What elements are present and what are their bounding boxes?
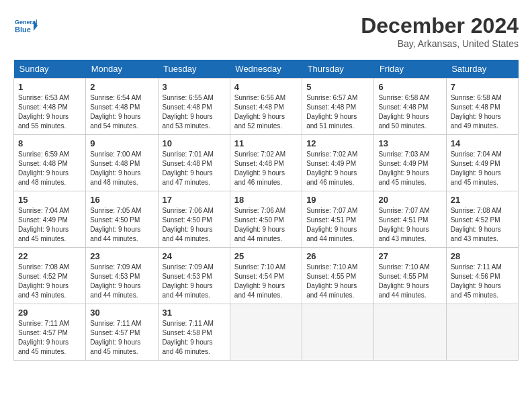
cell-week4-day4: 26 Sunrise: 7:10 AM Sunset: 4:55 PM Dayl…	[302, 248, 374, 304]
day-info: Sunrise: 7:11 AM Sunset: 4:58 PM Dayligh…	[163, 319, 226, 357]
day-info: Sunrise: 7:04 AM Sunset: 4:49 PM Dayligh…	[451, 150, 514, 187]
day-number: 4	[234, 82, 298, 92]
header-monday: Monday	[86, 60, 158, 79]
cell-week2-day2: 10 Sunrise: 7:01 AM Sunset: 4:48 PM Dayl…	[158, 135, 230, 191]
day-number: 13	[378, 138, 441, 148]
cell-week4-day1: 23 Sunrise: 7:09 AM Sunset: 4:53 PM Dayl…	[86, 248, 158, 304]
day-info: Sunrise: 7:08 AM Sunset: 4:52 PM Dayligh…	[451, 206, 514, 244]
day-info: Sunrise: 7:07 AM Sunset: 4:51 PM Dayligh…	[378, 206, 441, 244]
cell-week3-day1: 16 Sunrise: 7:05 AM Sunset: 4:50 PM Dayl…	[86, 191, 158, 248]
header-saturday: Saturday	[446, 60, 518, 79]
cell-week1-day0: 1 Sunrise: 6:53 AM Sunset: 4:48 PM Dayli…	[14, 79, 86, 135]
day-number: 24	[163, 251, 226, 261]
month-title: December 2024	[361, 13, 519, 38]
day-info: Sunrise: 6:54 AM Sunset: 4:48 PM Dayligh…	[90, 93, 153, 131]
location: Bay, Arkansas, United States	[361, 38, 519, 49]
day-number: 14	[451, 138, 514, 148]
cell-week5-day3	[230, 304, 302, 361]
day-info: Sunrise: 6:53 AM Sunset: 4:48 PM Dayligh…	[18, 93, 81, 131]
header-friday: Friday	[374, 60, 446, 79]
cell-week1-day4: 5 Sunrise: 6:57 AM Sunset: 4:48 PM Dayli…	[302, 79, 374, 135]
day-info: Sunrise: 7:06 AM Sunset: 4:50 PM Dayligh…	[234, 206, 298, 244]
day-number: 18	[234, 195, 298, 205]
cell-week2-day4: 12 Sunrise: 7:02 AM Sunset: 4:49 PM Dayl…	[302, 135, 374, 191]
day-info: Sunrise: 6:58 AM Sunset: 4:48 PM Dayligh…	[451, 93, 514, 131]
day-info: Sunrise: 7:08 AM Sunset: 4:52 PM Dayligh…	[18, 263, 81, 300]
day-number: 26	[306, 251, 369, 261]
cell-week1-day5: 6 Sunrise: 6:58 AM Sunset: 4:48 PM Dayli…	[374, 79, 446, 135]
cell-week5-day2: 31 Sunrise: 7:11 AM Sunset: 4:58 PM Dayl…	[158, 304, 230, 361]
day-number: 30	[90, 308, 153, 318]
day-info: Sunrise: 7:10 AM Sunset: 4:54 PM Dayligh…	[234, 263, 298, 300]
cell-week3-day3: 18 Sunrise: 7:06 AM Sunset: 4:50 PM Dayl…	[230, 191, 302, 248]
day-number: 27	[378, 251, 441, 261]
title-section: December 2024 Bay, Arkansas, United Stat…	[361, 13, 519, 49]
cell-week4-day0: 22 Sunrise: 7:08 AM Sunset: 4:52 PM Dayl…	[14, 248, 86, 304]
day-info: Sunrise: 7:10 AM Sunset: 4:55 PM Dayligh…	[306, 263, 369, 300]
cell-week1-day1: 2 Sunrise: 6:54 AM Sunset: 4:48 PM Dayli…	[86, 79, 158, 135]
day-info: Sunrise: 7:02 AM Sunset: 4:48 PM Dayligh…	[234, 150, 298, 187]
cell-week5-day1: 30 Sunrise: 7:11 AM Sunset: 4:57 PM Dayl…	[86, 304, 158, 361]
day-number: 28	[451, 251, 514, 261]
calendar-table: SundayMondayTuesdayWednesdayThursdayFrid…	[13, 60, 519, 361]
day-info: Sunrise: 7:05 AM Sunset: 4:50 PM Dayligh…	[90, 206, 153, 244]
cell-week4-day3: 25 Sunrise: 7:10 AM Sunset: 4:54 PM Dayl…	[230, 248, 302, 304]
day-number: 9	[90, 138, 153, 148]
day-info: Sunrise: 7:04 AM Sunset: 4:49 PM Dayligh…	[18, 206, 81, 244]
day-number: 10	[163, 138, 226, 148]
day-number: 5	[306, 82, 369, 92]
day-number: 6	[378, 82, 441, 92]
day-info: Sunrise: 7:06 AM Sunset: 4:50 PM Dayligh…	[163, 206, 226, 244]
logo: General Blue	[13, 13, 38, 38]
day-number: 17	[163, 195, 226, 205]
cell-week2-day3: 11 Sunrise: 7:02 AM Sunset: 4:48 PM Dayl…	[230, 135, 302, 191]
day-number: 15	[18, 195, 81, 205]
cell-week3-day5: 20 Sunrise: 7:07 AM Sunset: 4:51 PM Dayl…	[374, 191, 446, 248]
day-number: 16	[90, 195, 153, 205]
day-number: 11	[234, 138, 298, 148]
day-number: 8	[18, 138, 81, 148]
day-number: 25	[234, 251, 298, 261]
cell-week4-day6: 28 Sunrise: 7:11 AM Sunset: 4:56 PM Dayl…	[446, 248, 518, 304]
cell-week3-day4: 19 Sunrise: 7:07 AM Sunset: 4:51 PM Dayl…	[302, 191, 374, 248]
cell-week1-day2: 3 Sunrise: 6:55 AM Sunset: 4:48 PM Dayli…	[158, 79, 230, 135]
day-number: 31	[163, 308, 226, 318]
day-info: Sunrise: 7:11 AM Sunset: 4:57 PM Dayligh…	[18, 319, 81, 357]
day-info: Sunrise: 7:10 AM Sunset: 4:55 PM Dayligh…	[378, 263, 441, 300]
cell-week3-day0: 15 Sunrise: 7:04 AM Sunset: 4:49 PM Dayl…	[14, 191, 86, 248]
cell-week5-day0: 29 Sunrise: 7:11 AM Sunset: 4:57 PM Dayl…	[14, 304, 86, 361]
day-number: 12	[306, 138, 369, 148]
day-info: Sunrise: 7:09 AM Sunset: 4:53 PM Dayligh…	[163, 263, 226, 300]
logo-svg: General Blue	[13, 13, 38, 38]
day-info: Sunrise: 6:58 AM Sunset: 4:48 PM Dayligh…	[378, 93, 441, 131]
day-info: Sunrise: 7:01 AM Sunset: 4:48 PM Dayligh…	[163, 150, 226, 187]
day-info: Sunrise: 7:07 AM Sunset: 4:51 PM Dayligh…	[306, 206, 369, 244]
day-info: Sunrise: 6:59 AM Sunset: 4:48 PM Dayligh…	[18, 150, 81, 187]
cell-week5-day6	[446, 304, 518, 361]
cell-week2-day1: 9 Sunrise: 7:00 AM Sunset: 4:48 PM Dayli…	[86, 135, 158, 191]
day-number: 1	[18, 82, 81, 92]
day-number: 2	[90, 82, 153, 92]
cell-week3-day2: 17 Sunrise: 7:06 AM Sunset: 4:50 PM Dayl…	[158, 191, 230, 248]
day-info: Sunrise: 6:56 AM Sunset: 4:48 PM Dayligh…	[234, 93, 298, 131]
day-info: Sunrise: 7:09 AM Sunset: 4:53 PM Dayligh…	[90, 263, 153, 300]
cell-week5-day4	[302, 304, 374, 361]
cell-week1-day6: 7 Sunrise: 6:58 AM Sunset: 4:48 PM Dayli…	[446, 79, 518, 135]
day-number: 3	[163, 82, 226, 92]
day-number: 22	[18, 251, 81, 261]
header-wednesday: Wednesday	[230, 60, 302, 79]
day-info: Sunrise: 6:55 AM Sunset: 4:48 PM Dayligh…	[163, 93, 226, 131]
day-number: 20	[378, 195, 441, 205]
cell-week3-day6: 21 Sunrise: 7:08 AM Sunset: 4:52 PM Dayl…	[446, 191, 518, 248]
day-info: Sunrise: 7:00 AM Sunset: 4:48 PM Dayligh…	[90, 150, 153, 187]
cell-week2-day0: 8 Sunrise: 6:59 AM Sunset: 4:48 PM Dayli…	[14, 135, 86, 191]
svg-text:Blue: Blue	[15, 26, 31, 34]
cell-week4-day2: 24 Sunrise: 7:09 AM Sunset: 4:53 PM Dayl…	[158, 248, 230, 304]
day-number: 7	[451, 82, 514, 92]
day-info: Sunrise: 7:11 AM Sunset: 4:56 PM Dayligh…	[451, 263, 514, 300]
header-sunday: Sunday	[14, 60, 86, 79]
cell-week5-day5	[374, 304, 446, 361]
day-info: Sunrise: 7:03 AM Sunset: 4:49 PM Dayligh…	[378, 150, 441, 187]
day-number: 19	[306, 195, 369, 205]
header-thursday: Thursday	[302, 60, 374, 79]
